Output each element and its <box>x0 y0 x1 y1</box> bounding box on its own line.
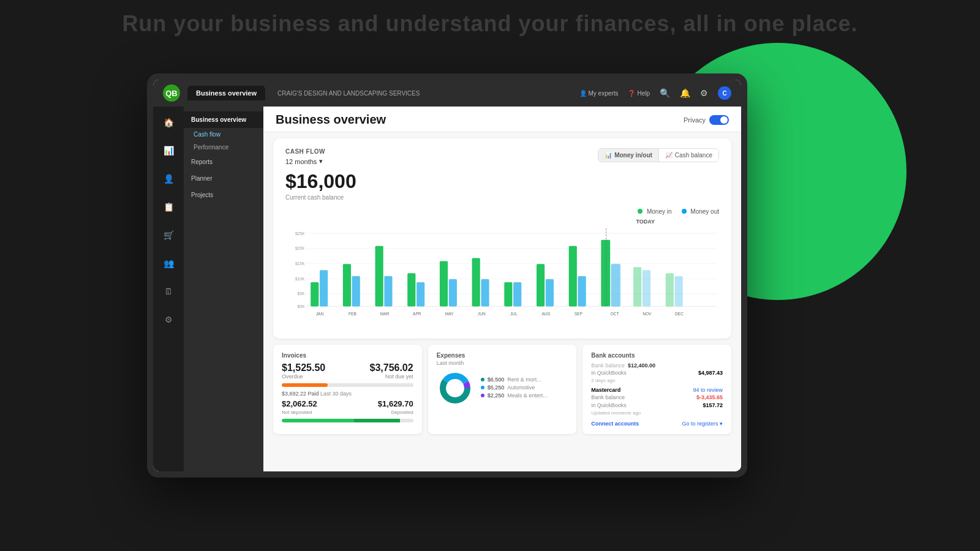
top-nav-bar: QB Business overview CRAIG'S DESIGN AND … <box>153 80 741 107</box>
sidebar-icon-apps[interactable]: ⚙ <box>160 311 177 328</box>
svg-text:$15K: $15K <box>295 261 305 266</box>
chevron-down-icon: ▾ <box>319 157 323 165</box>
mastercard-name: Mastercard <box>591 387 620 393</box>
my-experts-link[interactable]: 👤 My experts <box>579 90 619 97</box>
bank-balance-row: Bank balance $12,400.00 <box>591 362 723 369</box>
deposit-progress-bar <box>282 419 413 422</box>
svg-text:JUL: JUL <box>510 312 518 316</box>
today-label: TODAY <box>636 219 655 225</box>
overdue-amount: $1,525.50 <box>282 362 325 373</box>
sidebar-item-performance[interactable]: Performance <box>184 141 263 154</box>
company-name: CRAIG'S DESIGN AND LANDSCAPING SERVICES <box>277 90 420 97</box>
not-due-amount: $3,756.02 <box>369 362 413 373</box>
svg-text:$10K: $10K <box>295 277 305 281</box>
svg-rect-30 <box>504 282 512 307</box>
nav-sidebar: Business overview Cash flow Performance … <box>184 107 263 471</box>
svg-text:APR: APR <box>413 312 421 316</box>
svg-rect-47 <box>675 276 683 306</box>
chart-legend: Money in Money out <box>285 208 719 215</box>
cash-balance-btn[interactable]: 📈 Cash balance <box>659 149 718 162</box>
sidebar-icon-cart[interactable]: 🛒 <box>160 227 177 244</box>
not-due-label: Not due yet <box>369 373 413 380</box>
deposited-fill <box>354 419 400 422</box>
deposited-amount: $1,629.70 <box>378 399 413 408</box>
expense-item-3: $2,250 Meals & entert... <box>481 392 568 399</box>
mastercard-updated: Updated moments ago <box>591 410 723 416</box>
privacy-toggle[interactable]: Privacy <box>684 115 729 125</box>
laptop-screen: QB Business overview CRAIG'S DESIGN AND … <box>153 80 741 471</box>
svg-text:$20K: $20K <box>295 246 305 250</box>
svg-text:AUG: AUG <box>541 312 550 316</box>
chart-svg: $25K $20K $15K $10K $5K $0K JAN <box>285 219 719 329</box>
invoices-title: Invoices <box>282 352 413 359</box>
svg-text:FEB: FEB <box>349 312 356 316</box>
qb-balance-row: in QuickBooks $4,987.43 <box>591 370 723 376</box>
to-review-link[interactable]: 94 to review <box>693 387 723 393</box>
search-icon[interactable]: 🔍 <box>660 88 670 98</box>
sidebar-item-projects[interactable]: Projects <box>184 187 263 203</box>
bar-chart-icon: 📊 <box>605 152 612 159</box>
bank-accounts-title: Bank accounts <box>591 352 723 359</box>
expense-item-2: $5,250 Automotive <box>481 384 568 391</box>
chart-toggle-group: 📊 Money in/out 📈 Cash balance <box>598 148 719 162</box>
settings-icon[interactable]: ⚙ <box>700 88 708 98</box>
background-headline: Run your business and understand your fi… <box>0 11 980 37</box>
cash-flow-card: CASH FLOW 12 months ▾ 📊 Money in/out <box>273 138 731 339</box>
cash-flow-title: CASH FLOW <box>285 148 325 155</box>
user-icon: 👤 <box>579 90 587 97</box>
privacy-switch[interactable] <box>709 115 729 125</box>
svg-text:JUN: JUN <box>478 312 486 316</box>
cash-flow-left-header: CASH FLOW 12 months ▾ <box>285 148 325 165</box>
svg-text:$25K: $25K <box>295 231 305 236</box>
svg-text:DEC: DEC <box>675 312 684 316</box>
svg-text:SEP: SEP <box>575 312 583 316</box>
svg-rect-34 <box>546 279 554 306</box>
money-in-legend: Money in <box>638 208 671 215</box>
sidebar-item-cash-flow[interactable]: Cash flow <box>184 128 263 141</box>
svg-rect-39 <box>601 240 610 307</box>
deposit-amounts: $2,062.52 $1,629.70 <box>282 399 413 408</box>
sidebar-item-reports[interactable]: Reports <box>184 154 263 170</box>
svg-text:MAY: MAY <box>445 312 454 316</box>
period-label: 12 months <box>285 158 317 165</box>
mastercard-qb-balance: in QuickBooks $157.72 <box>591 402 723 408</box>
period-selector[interactable]: 12 months ▾ <box>285 157 325 165</box>
sidebar-icon-contact[interactable]: 👤 <box>160 170 177 187</box>
expenses-list: $6,500 Rent & mort... $5,250 Automotive <box>481 377 568 400</box>
page-content: Business overview Privacy CASH FLOW 12 m… <box>263 107 741 471</box>
connect-accounts-btn[interactable]: Connect accounts <box>591 421 639 427</box>
expense-dot-2 <box>481 386 484 389</box>
svg-text:OCT: OCT <box>611 312 619 316</box>
sidebar-icon-team[interactable]: 👥 <box>160 255 177 272</box>
sidebar-icon-chart[interactable]: 📊 <box>160 142 177 159</box>
go-to-registers-btn[interactable]: Go to registers ▾ <box>682 421 723 427</box>
svg-rect-18 <box>375 246 383 307</box>
svg-rect-43 <box>633 267 641 306</box>
expenses-card: Expenses Last month <box>428 345 577 434</box>
sidebar-icon-reports[interactable]: 📋 <box>160 198 177 216</box>
svg-rect-21 <box>407 273 415 306</box>
svg-rect-13 <box>320 270 328 306</box>
help-icon: ❓ <box>628 90 635 97</box>
expenses-content: $6,500 Rent & mort... $5,250 Automotive <box>437 370 568 407</box>
bank-updated: 2 days ago <box>591 378 723 383</box>
svg-rect-25 <box>449 279 457 306</box>
svg-text:$0K: $0K <box>298 304 305 309</box>
help-link[interactable]: ❓ Help <box>628 90 650 97</box>
qb-logo: QB <box>163 84 180 102</box>
not-deposited-amount: $2,062.52 <box>282 399 317 408</box>
expenses-donut-chart <box>437 370 473 407</box>
svg-rect-36 <box>569 246 577 307</box>
money-in-out-btn[interactable]: 📊 Money in/out <box>598 149 659 162</box>
sidebar-item-business-overview[interactable]: Business overview <box>184 111 263 128</box>
mastercard-bank-balance: Bank balance $-3,435.65 <box>591 394 723 400</box>
active-tab[interactable]: Business overview <box>187 86 265 100</box>
svg-rect-44 <box>643 270 650 306</box>
laptop-frame: QB Business overview CRAIG'S DESIGN AND … <box>147 73 747 478</box>
user-avatar[interactable]: C <box>718 86 731 100</box>
sidebar-item-planner[interactable]: Planner <box>184 170 263 187</box>
svg-rect-24 <box>440 261 448 306</box>
notification-icon[interactable]: 🔔 <box>680 88 690 98</box>
sidebar-icon-home[interactable]: 🏠 <box>160 114 177 131</box>
sidebar-icon-calendar[interactable]: 🗓 <box>160 283 177 300</box>
